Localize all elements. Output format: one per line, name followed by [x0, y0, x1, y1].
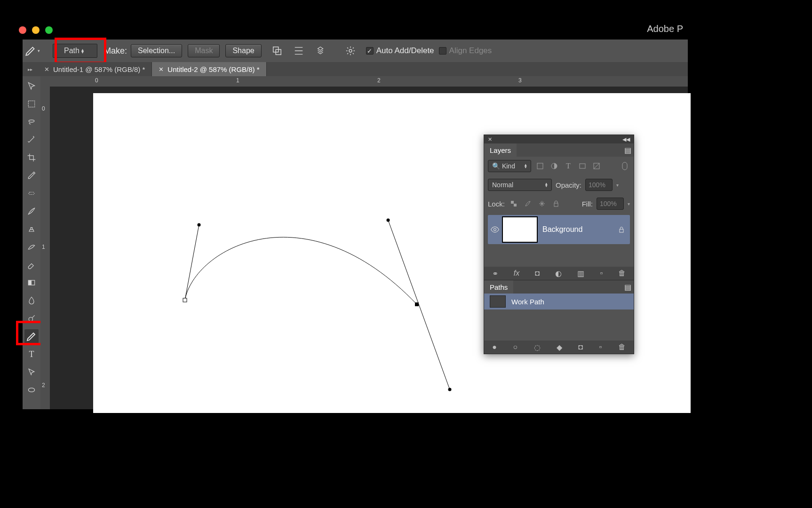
- path-selection-tool[interactable]: [24, 365, 39, 379]
- close-panel-icon[interactable]: ✕: [488, 136, 492, 143]
- clone-stamp-tool[interactable]: [24, 222, 39, 236]
- vertical-ruler[interactable]: 0 1 2: [40, 87, 50, 409]
- auto-add-delete-option[interactable]: Auto Add/Delete: [366, 46, 434, 56]
- document-tab[interactable]: ✕ Untitled-1 @ 587% (RGB/8) *: [38, 62, 152, 76]
- filter-pixel-icon[interactable]: [535, 161, 545, 171]
- crop-tool[interactable]: [24, 151, 39, 165]
- lasso-tool[interactable]: [24, 115, 39, 129]
- rectangular-marquee-tool[interactable]: [24, 97, 39, 111]
- filter-toggle[interactable]: [620, 161, 630, 171]
- layer-filter-kind[interactable]: 🔍 Kind ▴▾: [488, 160, 531, 172]
- anchor-point-selected[interactable]: [415, 302, 419, 306]
- close-tab-icon[interactable]: ✕: [159, 66, 164, 73]
- tool-options-bar: ▾ Path ▴▾ Make: Selection... Mask Shape …: [23, 40, 688, 62]
- path-thumbnail[interactable]: [490, 295, 506, 308]
- filter-smart-icon[interactable]: [591, 161, 602, 171]
- filter-type-icon[interactable]: T: [563, 161, 573, 171]
- direction-point[interactable]: [387, 219, 390, 222]
- path-to-selection-icon[interactable]: ◌: [534, 343, 541, 352]
- link-layers-icon[interactable]: ⚭: [492, 269, 498, 278]
- type-tool[interactable]: T: [24, 347, 39, 361]
- pen-tool[interactable]: [24, 329, 39, 343]
- svg-line-9: [185, 225, 199, 300]
- make-shape-button[interactable]: Shape: [225, 44, 261, 57]
- adjustment-layer-icon[interactable]: ◐: [555, 269, 562, 278]
- path-operations-button[interactable]: [269, 43, 285, 59]
- panel-menu-icon[interactable]: ▤: [621, 283, 634, 292]
- app-window: Adobe P ▾ Path ▴▾ Make: Selection... Mas…: [14, 19, 688, 409]
- stroke-path-icon[interactable]: ○: [513, 343, 517, 351]
- lock-pixels-icon[interactable]: [523, 198, 533, 209]
- opacity-label: Opacity:: [556, 181, 581, 189]
- fill-path-icon[interactable]: ●: [492, 343, 497, 351]
- tool-mode-dropdown[interactable]: Path ▴▾: [53, 44, 97, 58]
- layers-list: Background: [484, 215, 634, 267]
- add-mask-icon[interactable]: ◘: [578, 343, 583, 351]
- gradient-tool[interactable]: [24, 276, 39, 290]
- path-arrangement-button[interactable]: [312, 43, 328, 59]
- ellipse-shape-tool[interactable]: [24, 383, 39, 397]
- lock-all-icon[interactable]: [551, 198, 561, 209]
- checkbox-unchecked-icon[interactable]: [439, 47, 446, 55]
- close-tab-icon[interactable]: ✕: [44, 66, 49, 73]
- delete-layer-icon[interactable]: 🗑: [618, 269, 626, 278]
- direction-point[interactable]: [198, 223, 201, 227]
- layer-row[interactable]: Background: [488, 215, 630, 244]
- align-edges-option[interactable]: Align Edges: [439, 46, 492, 56]
- svg-rect-13: [580, 164, 585, 168]
- visibility-toggle[interactable]: [488, 225, 502, 234]
- path-name[interactable]: Work Path: [511, 298, 544, 306]
- tools-panel: T: [23, 76, 40, 409]
- move-tool[interactable]: [24, 79, 39, 93]
- window-minimize-button[interactable]: [32, 26, 40, 34]
- paths-tab[interactable]: Paths: [484, 280, 513, 294]
- layer-mask-icon[interactable]: ◘: [535, 269, 540, 278]
- fill-value[interactable]: 100%: [597, 198, 624, 210]
- new-layer-icon[interactable]: ▫: [600, 269, 603, 278]
- checkbox-checked-icon[interactable]: [366, 47, 374, 55]
- opacity-value[interactable]: 100%: [585, 179, 613, 191]
- dodge-tool[interactable]: [24, 311, 39, 325]
- eyedropper-tool[interactable]: [24, 168, 39, 183]
- svg-rect-6: [28, 280, 32, 285]
- svg-rect-3: [28, 101, 34, 107]
- panel-menu-icon[interactable]: ▤: [621, 146, 634, 155]
- anchor-point[interactable]: [183, 298, 187, 302]
- tool-preset-picker[interactable]: ▾: [23, 41, 41, 60]
- path-alignment-button[interactable]: [291, 43, 307, 59]
- blend-mode-dropdown[interactable]: Normal ▴▾: [488, 179, 552, 191]
- window-zoom-button[interactable]: [45, 26, 53, 34]
- panels-group[interactable]: ✕ ◀◀ Layers ▤ 🔍 Kind ▴▾ T Normal ▴▾ Opac…: [484, 135, 634, 354]
- layer-name[interactable]: Background: [542, 225, 618, 234]
- blur-tool[interactable]: [24, 294, 39, 308]
- svg-line-10: [388, 220, 450, 389]
- history-brush-tool[interactable]: [24, 240, 39, 254]
- path-row[interactable]: Work Path: [484, 294, 634, 310]
- expand-panels-button[interactable]: ▸▸: [23, 62, 38, 76]
- window-close-button[interactable]: [19, 26, 26, 34]
- lock-transparency-icon[interactable]: [509, 198, 519, 209]
- filter-shape-icon[interactable]: [577, 161, 588, 171]
- layer-group-icon[interactable]: ▥: [577, 269, 584, 278]
- horizontal-ruler[interactable]: 0 1 2 3: [50, 76, 688, 87]
- delete-path-icon[interactable]: 🗑: [618, 343, 626, 351]
- layer-thumbnail[interactable]: [502, 216, 538, 243]
- new-path-icon[interactable]: ▫: [599, 343, 602, 351]
- spot-healing-tool[interactable]: [24, 186, 39, 200]
- ruler-origin[interactable]: [40, 76, 50, 87]
- filter-adjust-icon[interactable]: [549, 161, 559, 171]
- selection-to-path-icon[interactable]: ◆: [557, 343, 562, 352]
- magic-wand-tool[interactable]: [24, 133, 39, 147]
- lock-position-icon[interactable]: [537, 198, 547, 209]
- panel-tab-bar: Layers ▤: [484, 143, 634, 157]
- brush-tool[interactable]: [24, 204, 39, 218]
- make-selection-button[interactable]: Selection...: [131, 44, 182, 57]
- app-title: Adobe P: [647, 24, 683, 34]
- document-tab[interactable]: ✕ Untitled-2 @ 587% (RGB/8) *: [152, 62, 266, 76]
- eraser-tool[interactable]: [24, 258, 39, 272]
- layers-tab[interactable]: Layers: [484, 143, 517, 157]
- direction-point[interactable]: [448, 388, 452, 391]
- gear-settings-button[interactable]: [342, 43, 358, 59]
- layer-fx-icon[interactable]: fx: [514, 269, 519, 278]
- collapse-panel-icon[interactable]: ◀◀: [622, 136, 630, 143]
